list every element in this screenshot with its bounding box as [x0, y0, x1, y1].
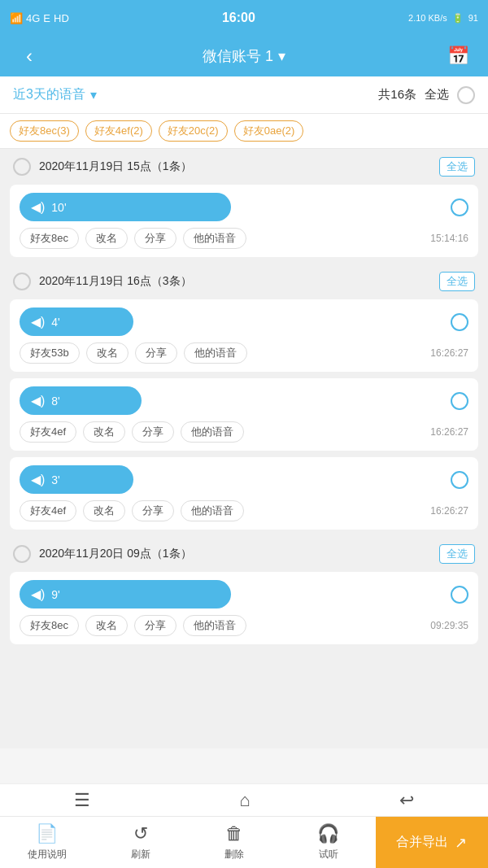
voice-select-circle-1-1[interactable]: [451, 392, 468, 410]
status-right: 2.10 KB/s 🔋 91: [408, 13, 478, 24]
friend-tag-1-2[interactable]: 好友4ef: [20, 500, 76, 521]
calendar-icon: 📅: [447, 46, 469, 67]
voice-bubble-0-0[interactable]: ◀) 10': [20, 193, 231, 221]
main-content: 2020年11月19日 15点（1条） 全选 ◀) 10' 好友8ec 改名 分…: [0, 149, 488, 748]
filter-selector[interactable]: 近3天的语音 ▾: [13, 86, 97, 103]
voice-actions-2-0: 好友8ec 改名 分享 他的语音 09:29:35: [20, 615, 468, 636]
rename-tag-1-1[interactable]: 改名: [83, 421, 125, 443]
rename-tag-2-0[interactable]: 改名: [85, 615, 128, 636]
signal2: E: [43, 12, 50, 24]
share-tag-2-0[interactable]: 分享: [134, 615, 176, 636]
voice-time-1-0: 16:26:27: [430, 347, 468, 359]
friend-tag-2-0[interactable]: 好友8ec: [20, 615, 79, 636]
voice-select-circle-2-0[interactable]: [451, 586, 468, 604]
date-header-0: 2020年11月19日 15点（1条） 全选: [0, 149, 488, 185]
date-group-2: 2020年11月20日 09点（1条） 全选 ◀) 9' 好友8ec 改名 分享…: [0, 536, 488, 644]
share-tag-1-0[interactable]: 分享: [135, 342, 177, 364]
headphone-icon: 🎧: [317, 823, 339, 844]
manual-label: 使用说明: [28, 848, 67, 861]
status-bar: 📶 4G E HD 16:00 2.10 KB/s 🔋 91: [0, 0, 488, 36]
voice-actions-0-0: 好友8ec 改名 分享 他的语音 15:14:16: [20, 228, 468, 249]
group-select-all-0[interactable]: 全选: [439, 157, 475, 177]
voice-bubble-1-2[interactable]: ◀) 3': [20, 465, 133, 494]
back-system-icon[interactable]: ↩: [399, 790, 414, 811]
voice-card-1-2: ◀) 3' 好友4ef 改名 分享 他的语音 16:26:27: [10, 457, 478, 530]
back-icon: ‹: [26, 45, 33, 68]
voice-select-circle-0-0[interactable]: [451, 198, 468, 216]
share-tag-0-0[interactable]: 分享: [134, 228, 176, 249]
voice-duration-0-0: 10': [51, 201, 66, 214]
export-icon: ↗: [455, 834, 467, 852]
voice-label-1-0[interactable]: 他的语音: [184, 342, 247, 364]
group-select-circle-2[interactable]: [13, 545, 31, 563]
battery-level: 91: [468, 13, 478, 23]
sound-wave-icon: ◀): [31, 199, 45, 215]
voice-bubble-2-0[interactable]: ◀) 9': [20, 580, 231, 608]
friend-tag-1-1[interactable]: 好友4ef: [20, 421, 76, 443]
tag-item[interactable]: 好友20c(2): [159, 120, 228, 142]
tag-item[interactable]: 好友4ef(2): [85, 120, 152, 142]
tag-item[interactable]: 好友8ec(3): [10, 120, 79, 142]
rename-tag-1-0[interactable]: 改名: [86, 342, 129, 364]
group-select-circle-0[interactable]: [13, 158, 31, 176]
friend-tag-0-0[interactable]: 好友8ec: [20, 228, 79, 249]
friend-tag-1-0[interactable]: 好友53b: [20, 342, 80, 364]
voice-label-0-0[interactable]: 他的语音: [183, 228, 246, 249]
filter-right: 共16条 全选: [378, 86, 475, 104]
date-group-0: 2020年11月19日 15点（1条） 全选 ◀) 10' 好友8ec 改名 分…: [0, 149, 488, 257]
share-tag-1-1[interactable]: 分享: [132, 421, 174, 443]
rename-tag-0-0[interactable]: 改名: [85, 228, 128, 249]
filter-bar: 近3天的语音 ▾ 共16条 全选: [0, 76, 488, 114]
refresh-icon: ↺: [133, 823, 148, 844]
nav-delete[interactable]: 🗑 删除: [188, 823, 281, 861]
home-icon[interactable]: ⌂: [239, 790, 250, 811]
date-text-1: 2020年11月19日 16点（3条）: [39, 274, 431, 289]
voice-duration-1-2: 3': [51, 473, 59, 486]
filter-label: 近3天的语音: [13, 86, 85, 103]
back-button[interactable]: ‹: [13, 45, 46, 68]
voice-select-circle-1-2[interactable]: [451, 471, 468, 489]
nav-manual[interactable]: 📄 使用说明: [0, 823, 94, 861]
voice-card-0-0: ◀) 10' 好友8ec 改名 分享 他的语音 15:14:16: [10, 185, 478, 257]
voice-bubble-1-1[interactable]: ◀) 8': [20, 386, 142, 415]
signal-type: 4G: [26, 12, 40, 24]
voice-duration-1-0: 4': [51, 316, 59, 329]
voice-duration-1-1: 8': [51, 395, 59, 408]
voice-label-1-2[interactable]: 他的语音: [181, 500, 244, 521]
calendar-button[interactable]: 📅: [442, 46, 475, 67]
sound-wave-icon: ◀): [31, 472, 45, 487]
voice-bubble-1-0[interactable]: ◀) 4': [20, 308, 133, 336]
tag-item[interactable]: 好友0ae(2): [234, 120, 304, 142]
filter-dropdown-icon: ▾: [90, 87, 97, 103]
dropdown-icon[interactable]: ▾: [278, 47, 285, 65]
tags-row: 好友8ec(3) 好友4ef(2) 好友20c(2) 好友0ae(2): [0, 114, 488, 149]
export-button[interactable]: 合并导出 ↗: [376, 817, 488, 868]
voice-card-1-1: ◀) 8' 好友4ef 改名 分享 他的语音 16:26:27: [10, 378, 478, 451]
voice-time-1-2: 16:26:27: [430, 505, 468, 517]
refresh-label: 刷新: [131, 848, 150, 861]
bottom-nav: 📄 使用说明 ↺ 刷新 🗑 删除 🎧 试听 合并导出 ↗: [0, 816, 488, 868]
group-select-all-2[interactable]: 全选: [439, 544, 475, 564]
rename-tag-1-2[interactable]: 改名: [83, 500, 125, 521]
speed-text: 2.10 KB/s: [408, 13, 447, 23]
group-select-circle-1[interactable]: [13, 273, 31, 290]
voice-select-circle-1-0[interactable]: [451, 313, 468, 331]
voice-time-1-1: 16:26:27: [430, 426, 468, 438]
nav-refresh[interactable]: ↺ 刷新: [94, 823, 187, 861]
date-header-1: 2020年11月19日 16点（3条） 全选: [0, 264, 488, 299]
voice-row-1-1: ◀) 8': [20, 386, 468, 415]
voice-label-1-1[interactable]: 他的语音: [181, 421, 244, 443]
group-select-all-1[interactable]: 全选: [439, 272, 475, 291]
sound-wave-icon: ◀): [31, 314, 45, 329]
voice-row-2-0: ◀) 9': [20, 580, 468, 608]
voice-card-2-0: ◀) 9' 好友8ec 改名 分享 他的语音 09:29:35: [10, 572, 478, 644]
share-tag-1-2[interactable]: 分享: [132, 500, 174, 521]
select-all-label[interactable]: 全选: [425, 87, 449, 103]
voice-label-2-0[interactable]: 他的语音: [183, 615, 246, 636]
voice-card-1-0: ◀) 4' 好友53b 改名 分享 他的语音 16:26:27: [10, 299, 478, 372]
menu-icon[interactable]: ☰: [74, 790, 90, 811]
select-all-circle[interactable]: [457, 86, 475, 104]
voice-row-1-0: ◀) 4': [20, 308, 468, 336]
export-label: 合并导出: [396, 834, 448, 851]
nav-listen[interactable]: 🎧 试听: [281, 823, 375, 861]
